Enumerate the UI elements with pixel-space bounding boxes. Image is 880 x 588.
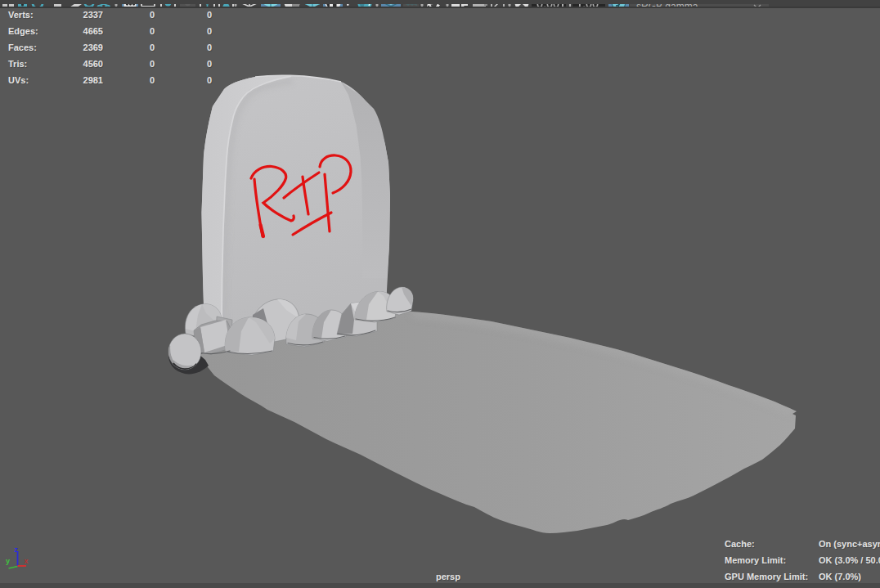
svg-text:y: y: [6, 557, 10, 565]
svg-text:x: x: [25, 557, 29, 565]
svg-text:z: z: [15, 545, 19, 554]
